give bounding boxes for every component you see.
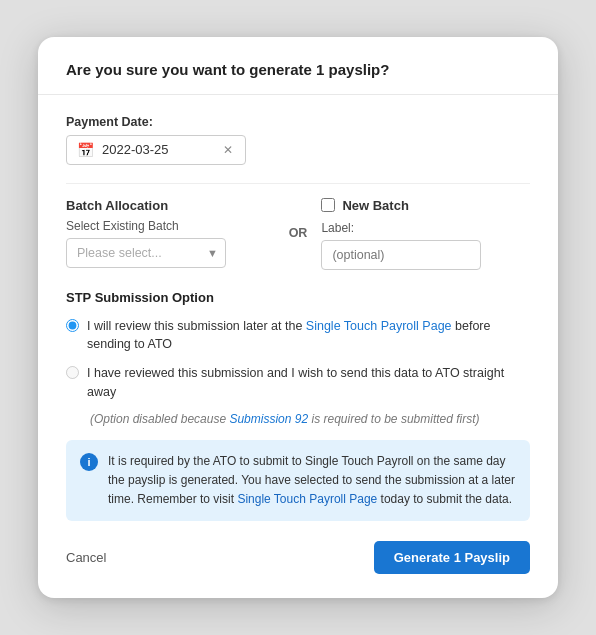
calendar-icon: 📅 (77, 142, 94, 158)
cancel-button[interactable]: Cancel (66, 544, 106, 571)
radio-option-2: I have reviewed this submission and I wi… (66, 364, 530, 402)
radio-option-1: I will review this submission later at t… (66, 317, 530, 355)
radio-later[interactable] (66, 319, 79, 332)
date-input[interactable]: 📅 2022-03-25 ✕ (66, 135, 246, 165)
divider (66, 183, 530, 184)
batch-allocation-section: Batch Allocation Select Existing Batch P… (66, 198, 530, 270)
modal-dialog: Are you sure you want to generate 1 pays… (38, 37, 558, 599)
stp-title: STP Submission Option (66, 290, 530, 305)
or-divider: OR (275, 226, 322, 240)
modal-footer: Cancel Generate 1 Payslip (38, 521, 558, 574)
new-batch-checkbox[interactable] (321, 198, 335, 212)
label-field-label: Label: (321, 221, 530, 235)
stp-page-link-2[interactable]: Single Touch Payroll Page (237, 492, 377, 506)
select-batch-dropdown[interactable]: Please select... (66, 238, 226, 268)
info-text: It is required by the ATO to submit to S… (108, 452, 516, 510)
new-batch-label: New Batch (342, 198, 408, 213)
modal-title: Are you sure you want to generate 1 pays… (66, 61, 530, 78)
payment-date-section: Payment Date: 📅 2022-03-25 ✕ (66, 115, 530, 165)
info-box: i It is required by the ATO to submit to… (66, 440, 530, 522)
date-value: 2022-03-25 (102, 142, 213, 157)
radio-1-text: I will review this submission later at t… (87, 317, 530, 355)
radio-now[interactable] (66, 366, 79, 379)
new-batch-row: New Batch (321, 198, 530, 213)
stp-section: STP Submission Option I will review this… (66, 290, 530, 522)
clear-date-button[interactable]: ✕ (221, 143, 235, 157)
batch-right: New Batch Label: (321, 198, 530, 270)
modal-body: Payment Date: 📅 2022-03-25 ✕ Batch Alloc… (38, 95, 558, 522)
payment-date-label: Payment Date: (66, 115, 530, 129)
radio1-pre: I will review this submission later at t… (87, 319, 306, 333)
or-text: OR (289, 226, 308, 240)
select-batch-wrapper: Please select... ▼ (66, 238, 226, 268)
disabled-note-pre: (Option disabled because (90, 412, 229, 426)
disabled-note: (Option disabled because Submission 92 i… (90, 412, 530, 426)
batch-left: Batch Allocation Select Existing Batch P… (66, 198, 275, 268)
select-existing-label: Select Existing Batch (66, 219, 275, 233)
disabled-note-post: is required to be submitted first) (308, 412, 479, 426)
radio-2-text: I have reviewed this submission and I wi… (87, 364, 530, 402)
label-input[interactable] (321, 240, 481, 270)
generate-button[interactable]: Generate 1 Payslip (374, 541, 530, 574)
stp-page-link-1[interactable]: Single Touch Payroll Page (306, 319, 452, 333)
submission-link[interactable]: Submission 92 (229, 412, 308, 426)
info-icon: i (80, 453, 98, 471)
modal-header: Are you sure you want to generate 1 pays… (38, 37, 558, 95)
batch-allocation-label: Batch Allocation (66, 198, 275, 213)
info-text-end: today to submit the data. (377, 492, 512, 506)
